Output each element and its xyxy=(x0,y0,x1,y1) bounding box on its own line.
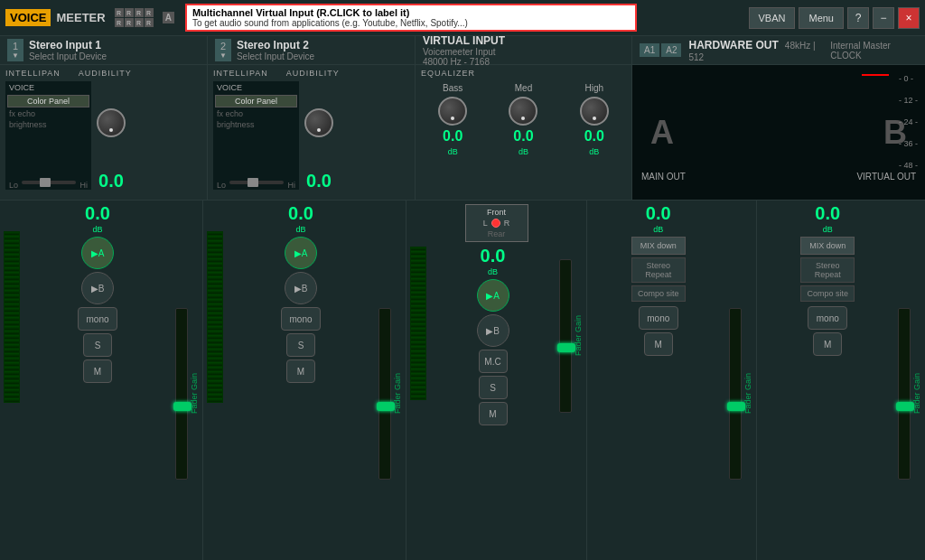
eq-bass-label: Bass xyxy=(443,83,462,93)
channel-strip-2: 0.0 dB ▶A ▶B mono S M Fader Gain xyxy=(203,201,406,560)
hw1-composite[interactable]: Compo site xyxy=(631,285,686,302)
alert-title: Multichannel Virtual Input (R.CLICK to l… xyxy=(192,7,630,18)
input1-header: 1 ▼ Stereo Input 1 Select Input Device xyxy=(0,36,208,64)
ch1-fader-val: 0.0 xyxy=(85,204,110,222)
fx-echo-1: fx echo xyxy=(5,108,91,119)
hw-out-channels: 0.0 dB MIX down Stereo Repeat Compo site… xyxy=(587,201,925,560)
virt-fader-track[interactable] xyxy=(559,259,572,413)
hw1-fader-track[interactable] xyxy=(729,308,742,480)
pan-slider-1[interactable] xyxy=(22,181,76,184)
hi-label-1: Hi xyxy=(79,181,88,190)
hw1-fader-handle[interactable] xyxy=(727,402,745,411)
ch2-fader-handle[interactable] xyxy=(377,402,395,411)
virt-btn-mc[interactable]: M.C xyxy=(479,350,508,373)
hw2-fader-label: Fader Gain xyxy=(912,373,921,414)
hw-badge-a1[interactable]: A1 xyxy=(640,43,659,57)
header: VOICE MEETER RRRR RRRR A Multichannel Vi… xyxy=(0,0,925,36)
input2-info: Stereo Input 2 Select Input Device xyxy=(237,39,314,61)
color-panel-btn-1[interactable]: Color Panel xyxy=(7,95,89,107)
ch2-fader-track[interactable] xyxy=(378,308,391,480)
intellipan-knob-1[interactable] xyxy=(97,108,126,137)
ch1-controls: 0.0 dB ▶A ▶B mono S M xyxy=(23,204,173,556)
audibility-label-2: AUDIBILITY xyxy=(286,69,340,78)
virt-btn-s[interactable]: S xyxy=(479,376,508,399)
hw1-mix-down[interactable]: MIX down xyxy=(631,237,686,255)
virt-fader-label: Fader Gain xyxy=(574,315,583,356)
ch2-btn-s[interactable]: S xyxy=(286,333,315,357)
hw2-btn-mono[interactable]: mono xyxy=(808,306,847,330)
ch2-btn-mono[interactable]: mono xyxy=(281,307,321,331)
hw1-btn-mono[interactable]: mono xyxy=(639,306,678,330)
virt-fader-handle[interactable] xyxy=(557,343,575,352)
input2-subtitle[interactable]: Select Input Device xyxy=(237,51,314,61)
virtual-popup: Front L R Rear xyxy=(465,204,528,242)
hw2-composite[interactable]: Compo site xyxy=(800,285,855,302)
ch1-btn-mono[interactable]: mono xyxy=(78,307,117,331)
virt-btn-b[interactable]: ▶B xyxy=(477,314,509,347)
front-rear-popup: Front L R Rear xyxy=(410,204,583,242)
vu-display: A B - 0 - - 12 - - 24 - - 36 - - 48 - MA… xyxy=(632,65,925,200)
ch1-fader-track[interactable] xyxy=(175,308,188,480)
close-button[interactable]: × xyxy=(898,7,920,29)
hw-badge-a2[interactable]: A2 xyxy=(661,43,681,57)
ch1-btn-b[interactable]: ▶B xyxy=(81,272,114,304)
input2-num[interactable]: 2 ▼ xyxy=(215,39,231,61)
menu-button[interactable]: Menu xyxy=(799,7,844,29)
hw2-fader-val: 0.0 xyxy=(815,204,840,222)
hw2-fader-track[interactable] xyxy=(898,308,911,480)
inputs-header-row: 1 ▼ Stereo Input 1 Select Input Device 2… xyxy=(0,36,925,65)
eq-label: EQUALIZER xyxy=(421,69,475,78)
ch2-btn-b[interactable]: ▶B xyxy=(285,272,317,304)
virtual-channel-strip: Front L R Rear 0.0 dB ▶A ▶B M.C S M xyxy=(406,201,587,560)
voice-panel-1: VOICE Color Panel fx echo brightness Lo … xyxy=(5,81,91,190)
eq-med-knob[interactable] xyxy=(509,97,537,126)
input2-header: 2 ▼ Stereo Input 2 Select Input Device xyxy=(208,36,416,64)
vu-db-12: - 12 - xyxy=(899,96,918,105)
input1-subtitle[interactable]: Select Input Device xyxy=(29,51,107,61)
minimize-button[interactable]: − xyxy=(873,7,894,29)
eq-med-label: Med xyxy=(515,83,532,93)
eq-row: INTELLIPAN AUDIBILITY VOICE Color Panel … xyxy=(0,65,925,201)
ch2-fader-db: dB xyxy=(295,225,305,234)
eq-high-val: 0.0 xyxy=(584,129,604,144)
hw2-fader-handle[interactable] xyxy=(896,402,914,411)
brightness-1: brightness xyxy=(5,119,91,130)
hw1-fader-label: Fader Gain xyxy=(743,373,752,414)
virt-btn-a[interactable]: ▶A xyxy=(477,279,509,312)
ch1-btn-s[interactable]: S xyxy=(83,333,112,357)
vu-db-labels: - 0 - - 12 - - 24 - - 36 - - 48 - xyxy=(899,74,918,170)
input1-num[interactable]: 1 ▼ xyxy=(7,39,23,61)
ch2-btn-m[interactable]: M xyxy=(286,359,315,383)
popup-l: L xyxy=(483,219,488,228)
hw2-stereo-repeat[interactable]: Stereo Repeat xyxy=(800,257,855,283)
intellipan-knob-2[interactable] xyxy=(304,108,333,137)
pan-slider-2[interactable] xyxy=(229,181,284,184)
hw-out-info: HARDWARE OUT 48kHz | 512 xyxy=(688,39,823,62)
ch2-btn-a[interactable]: ▶A xyxy=(285,237,317,269)
hw1-btn-m[interactable]: M xyxy=(644,332,673,356)
virt-btn-m[interactable]: M xyxy=(479,402,508,425)
eq-knobs: Bass 0.0 dB Med 0.0 dB High 0 xyxy=(421,83,626,156)
vu-red-line xyxy=(862,74,889,76)
mixer-area: 0.0 dB ▶A ▶B mono S M Fader Gain 0.0 dB … xyxy=(0,201,925,560)
logo-meeter: MEETER xyxy=(56,11,105,24)
ch1-fader-handle[interactable] xyxy=(173,402,192,411)
popup-lr-row: L R xyxy=(483,219,510,228)
eq-high-knob[interactable] xyxy=(580,97,609,126)
channel-strip-1: 0.0 dB ▶A ▶B mono S M Fader Gain xyxy=(0,201,203,560)
vban-button[interactable]: VBAN xyxy=(749,7,796,29)
question-button[interactable]: ? xyxy=(847,7,869,29)
hw2-mix-down[interactable]: MIX down xyxy=(800,237,855,255)
ch1-btn-m[interactable]: M xyxy=(83,359,112,383)
ch2-fader-label: Fader Gain xyxy=(393,373,402,414)
hw2-btn-m[interactable]: M xyxy=(813,332,842,356)
hw1-stereo-repeat[interactable]: Stereo Repeat xyxy=(631,257,686,283)
ch1-btn-a[interactable]: ▶A xyxy=(81,237,114,269)
intellipan-value-2: 0.0 xyxy=(306,172,332,190)
intellipan-value-1: 0.0 xyxy=(98,172,124,190)
eq-bass-knob[interactable] xyxy=(438,97,467,126)
hw2-controls: 0.0 dB MIX down Stereo Repeat Compo site… xyxy=(761,204,896,556)
alert-box: Multichannel Virtual Input (R.CLICK to l… xyxy=(185,4,637,32)
eq-bass-db: dB xyxy=(448,147,458,156)
color-panel-btn-2[interactable]: Color Panel xyxy=(215,95,297,107)
